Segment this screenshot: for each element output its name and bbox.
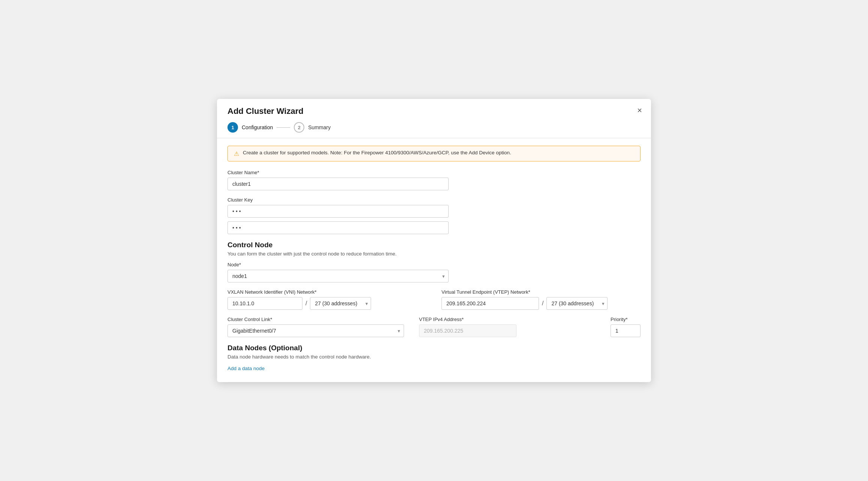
modal-title: Add Cluster Wizard [227, 106, 641, 116]
vni-network-col: VXLAN Network Identifier (VNI) Network* … [227, 289, 427, 310]
vtep-input-row: / 27 (30 addresses) 24 (254 addresses) 2… [441, 297, 641, 310]
vtep-prefix-select[interactable]: 27 (30 addresses) 24 (254 addresses) 25 … [546, 297, 608, 310]
vni-slash: / [302, 300, 310, 307]
node-label: Node* [227, 262, 641, 267]
priority-col: Priority* [611, 317, 641, 337]
cluster-name-group: Cluster Name* [227, 170, 641, 190]
step-2-label: Summary [308, 124, 331, 130]
cluster-name-input[interactable] [227, 178, 449, 190]
node-group: Node* node1 node2 node3 [227, 262, 641, 282]
cluster-name-label: Cluster Name* [227, 170, 641, 175]
node-dropdown-wrapper: node1 node2 node3 [227, 270, 449, 282]
step-2-summary[interactable]: 2 Summary [294, 122, 331, 133]
vtep-ipv4-input [419, 324, 516, 337]
vtep-network-label: Virtual Tunnel Endpoint (VTEP) Network* [441, 289, 641, 295]
node-select[interactable]: node1 node2 node3 [227, 270, 449, 282]
cluster-control-link-wrapper: GigabitEthernet0/7 GigabitEthernet0/8 [227, 324, 404, 337]
step-2-circle: 2 [294, 122, 304, 133]
cluster-control-link-col: Cluster Control Link* GigabitEthernet0/7… [227, 317, 404, 337]
vtep-ipv4-label: VTEP IPv4 Address* [419, 317, 596, 322]
modal-body: ⚠ Create a cluster for supported models.… [217, 138, 651, 382]
close-button[interactable]: × [637, 106, 642, 115]
warning-banner: ⚠ Create a cluster for supported models.… [227, 146, 641, 161]
priority-input[interactable] [611, 324, 641, 337]
vni-prefix-select[interactable]: 27 (30 addresses) 24 (254 addresses) 25 … [310, 297, 371, 310]
control-node-desc: You can form the cluster with just the c… [227, 251, 641, 257]
cluster-key-input-2[interactable] [227, 221, 449, 234]
cluster-key-label: Cluster Key [227, 197, 641, 203]
warning-icon: ⚠ [234, 150, 239, 157]
data-nodes-desc: Data node hardware needs to match the co… [227, 354, 641, 360]
vtep-ipv4-col: VTEP IPv4 Address* [419, 317, 596, 337]
vni-prefix-wrapper: 27 (30 addresses) 24 (254 addresses) 25 … [310, 297, 371, 310]
add-data-node-link[interactable]: Add a data node [227, 366, 265, 371]
vni-network-input[interactable] [227, 297, 302, 310]
cluster-key-group: Cluster Key [227, 197, 641, 234]
add-cluster-wizard-modal: Add Cluster Wizard × 1 Configuration 2 S… [217, 99, 651, 382]
vni-input-row: / 27 (30 addresses) 24 (254 addresses) 2… [227, 297, 427, 310]
control-node-title: Control Node [227, 241, 641, 249]
step-1-circle: 1 [227, 122, 238, 133]
warning-text: Create a cluster for supported models. N… [243, 150, 511, 155]
vni-network-label: VXLAN Network Identifier (VNI) Network* [227, 289, 427, 295]
steps-bar: 1 Configuration 2 Summary [227, 122, 641, 138]
network-row: VXLAN Network Identifier (VNI) Network* … [227, 289, 641, 310]
step-1-configuration[interactable]: 1 Configuration [227, 122, 273, 133]
vtep-prefix-wrapper: 27 (30 addresses) 24 (254 addresses) 25 … [546, 297, 608, 310]
modal-header: Add Cluster Wizard × 1 Configuration 2 S… [217, 99, 651, 138]
data-nodes-title: Data Nodes (Optional) [227, 344, 641, 352]
vtep-slash: / [539, 300, 546, 307]
cluster-control-link-select[interactable]: GigabitEthernet0/7 GigabitEthernet0/8 [227, 324, 404, 337]
cluster-key-input-1[interactable] [227, 205, 449, 218]
data-nodes-section: Data Nodes (Optional) Data node hardware… [227, 344, 641, 372]
step-1-label: Configuration [242, 124, 273, 130]
vtep-network-input[interactable] [441, 297, 539, 310]
priority-label: Priority* [611, 317, 641, 322]
vtep-section: Cluster Control Link* GigabitEthernet0/7… [227, 317, 641, 337]
vtep-network-col: Virtual Tunnel Endpoint (VTEP) Network* … [441, 289, 641, 310]
step-divider [277, 127, 290, 128]
cluster-control-link-label: Cluster Control Link* [227, 317, 404, 322]
